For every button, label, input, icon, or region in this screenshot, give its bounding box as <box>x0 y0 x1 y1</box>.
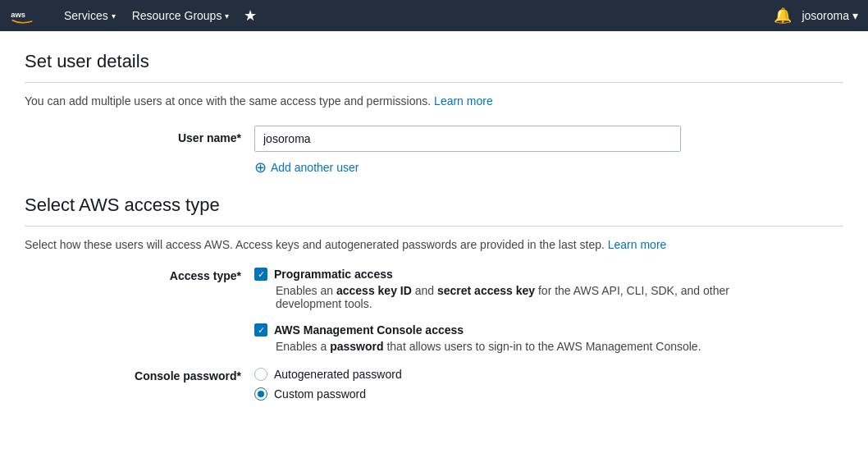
console-access-title: AWS Management Console access <box>274 323 464 337</box>
secret-access-key-bold: secret access key <box>437 284 535 297</box>
access-desc-text: Select how these users will access AWS. … <box>25 238 605 251</box>
custom-password-label: Custom password <box>274 387 366 401</box>
resource-groups-chevron-icon: ▾ <box>225 11 229 21</box>
bell-icon[interactable]: 🔔 <box>767 7 798 25</box>
access-type-label: Access type* <box>107 268 254 282</box>
access-options-container: ✓ Programmatic access Enables an access … <box>254 268 763 353</box>
autogenerated-password-option[interactable]: Autogenerated password <box>254 368 402 381</box>
console-checkbox[interactable]: ✓ <box>254 323 267 337</box>
learn-more-link-2[interactable]: Learn more <box>608 238 667 251</box>
console-header: ✓ AWS Management Console access <box>254 323 763 337</box>
set-user-details-section: Set user details You can add multiple us… <box>25 51 843 175</box>
services-label: Services <box>64 9 108 22</box>
services-menu[interactable]: Services ▾ <box>56 0 124 31</box>
access-type-title: Select AWS access type <box>25 195 843 216</box>
check-icon-2: ✓ <box>258 326 265 335</box>
resource-groups-label: Resource Groups <box>132 9 222 22</box>
add-another-user-link[interactable]: ⊕ Add another user <box>25 160 843 175</box>
set-user-details-description: You can add multiple users at once with … <box>25 94 843 108</box>
learn-more-link-1[interactable]: Learn more <box>434 94 493 108</box>
username-input[interactable] <box>254 126 681 152</box>
user-menu[interactable]: josoroma ▾ <box>802 9 858 22</box>
username-label-field: User name* <box>107 126 254 144</box>
add-another-user-label: Add another user <box>271 161 359 174</box>
access-key-id-bold: access key ID <box>336 284 412 297</box>
navbar-right: 🔔 josoroma ▾ <box>767 7 858 25</box>
programmatic-checkbox[interactable]: ✓ <box>254 268 267 281</box>
console-access-desc: Enables a password that allows users to … <box>254 340 763 353</box>
section-divider-2 <box>25 226 843 227</box>
add-user-plus-icon: ⊕ <box>254 160 267 175</box>
programmatic-title: Programmatic access <box>274 268 393 281</box>
console-password-row: Console password* Autogenerated password… <box>25 368 843 401</box>
custom-password-radio[interactable] <box>254 387 267 401</box>
set-user-details-title: Set user details <box>25 51 843 72</box>
password-bold: password <box>330 340 383 353</box>
access-type-form-row: Access type* ✓ Programmatic access Enabl… <box>25 268 843 353</box>
section-divider-1 <box>25 82 843 83</box>
access-type-section: Select AWS access type Select how these … <box>25 195 843 401</box>
autogenerated-password-label: Autogenerated password <box>274 368 402 381</box>
access-type-description: Select how these users will access AWS. … <box>25 238 843 251</box>
username-form-row: User name* <box>25 126 843 152</box>
autogenerated-radio[interactable] <box>254 368 267 381</box>
svg-text:aws: aws <box>11 11 25 19</box>
programmatic-header: ✓ Programmatic access <box>254 268 763 281</box>
services-chevron-icon: ▾ <box>112 11 116 21</box>
programmatic-access-option: ✓ Programmatic access Enables an access … <box>254 268 763 310</box>
resource-groups-menu[interactable]: Resource Groups ▾ <box>124 0 238 31</box>
custom-password-option[interactable]: Custom password <box>254 387 402 401</box>
favorites-star-icon[interactable]: ★ <box>237 7 263 25</box>
aws-logo[interactable]: aws <box>10 5 43 26</box>
user-chevron-icon: ▾ <box>852 9 858 22</box>
description-text-1: You can add multiple users at once with … <box>25 94 431 108</box>
console-password-options: Autogenerated password Custom password <box>254 368 402 401</box>
username-input-col <box>254 126 681 152</box>
programmatic-desc: Enables an access key ID and secret acce… <box>254 284 763 310</box>
navbar: aws Services ▾ Resource Groups ▾ ★ 🔔 jos… <box>0 0 868 31</box>
username-label: josoroma <box>802 9 849 22</box>
console-password-label: Console password* <box>107 368 254 382</box>
console-access-option: ✓ AWS Management Console access Enables … <box>254 323 763 353</box>
main-content: Set user details You can add multiple us… <box>0 31 868 420</box>
check-icon: ✓ <box>258 270 265 279</box>
